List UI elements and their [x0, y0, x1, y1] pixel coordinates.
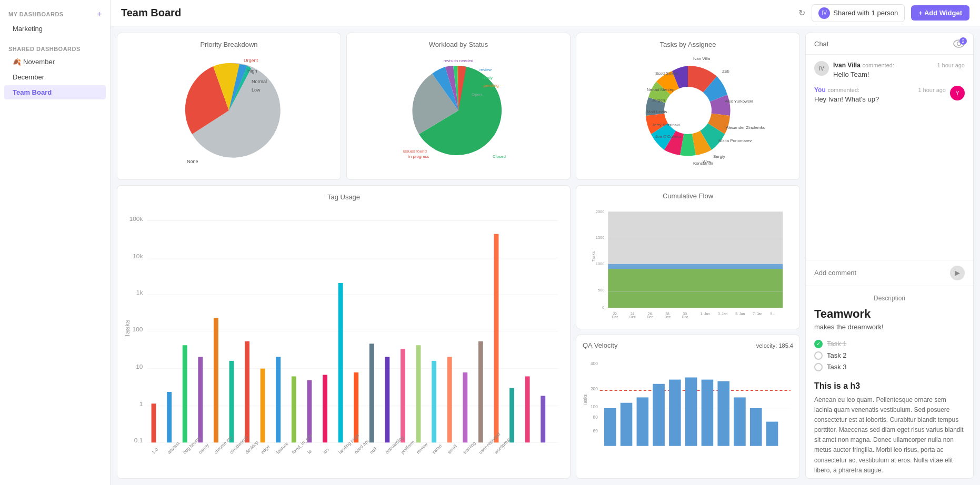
sidebar-item-team-board[interactable]: Team Board — [4, 85, 106, 99]
svg-text:Low: Low — [252, 87, 261, 93]
sidebar: MY DASHBOARDS + Marketing SHARED DASHBOA… — [0, 0, 111, 485]
msg2-author: You — [814, 86, 826, 94]
cumflow-widget: Cumulative Flow 2000 1500 1000 500 0 Tas… — [576, 185, 800, 329]
svg-rect-60 — [385, 357, 389, 442]
svg-rect-67 — [494, 234, 499, 442]
msg1-meta: Ivan Villa commented: 1 hour ago — [833, 61, 965, 69]
sidebar-item-marketing[interactable]: Marketing — [4, 22, 106, 36]
svg-rect-131 — [621, 403, 633, 446]
svg-rect-52 — [261, 369, 265, 443]
svg-text:100k: 100k — [129, 215, 143, 223]
add-widget-button[interactable]: + Add Widget — [911, 5, 969, 21]
svg-text:2000: 2000 — [596, 209, 605, 214]
eye-count-badge: 2 — [959, 37, 967, 45]
svg-rect-47 — [183, 345, 187, 442]
svg-rect-69 — [525, 376, 530, 442]
svg-text:small: small — [447, 443, 458, 455]
svg-rect-130 — [604, 408, 616, 446]
svg-text:null: null — [369, 446, 378, 455]
description-panel: Description Teamwork makes the dreamwork… — [806, 286, 973, 479]
svg-rect-63 — [432, 361, 436, 442]
assignee-title: Tasks by Assignee — [584, 41, 792, 48]
svg-text:ready: ready — [482, 75, 493, 80]
svg-text:Jerry Krusinski: Jerry Krusinski — [652, 123, 680, 127]
msg1-text: Hello Team! — [833, 70, 965, 78]
svg-rect-62 — [416, 345, 421, 442]
qa-velocity-widget: QA Velocity velocity: 185.4 400 200 100 … — [576, 335, 800, 479]
svg-rect-46 — [167, 392, 172, 442]
task1-check: ✓ — [814, 340, 823, 348]
dashboard-grid: Priority Breakdown Urgent High No — [111, 26, 980, 485]
svg-text:in progress: in progress — [408, 154, 429, 159]
svg-text:7. Jan: 7. Jan — [753, 312, 762, 316]
svg-text:Alexander Zinchenko: Alexander Zinchenko — [726, 125, 766, 130]
chat-send-button[interactable]: ▶ — [950, 266, 965, 280]
svg-rect-56 — [323, 375, 327, 443]
description-section: Description Teamwork makes the dreamwork… — [806, 286, 973, 479]
svg-text:500: 500 — [598, 288, 605, 292]
svg-text:0.1: 0.1 — [134, 437, 143, 444]
task3-check — [814, 363, 823, 371]
svg-rect-59 — [369, 343, 374, 442]
refresh-button[interactable]: ↻ — [798, 8, 805, 18]
task2-label: Task 2 — [827, 351, 847, 359]
svg-text:Open: Open — [472, 92, 482, 97]
svg-text:Sergiy: Sergiy — [713, 154, 725, 159]
ivan-avatar: IV — [814, 61, 829, 76]
svg-text:Dec: Dec — [664, 315, 671, 319]
description-body: Aenean eu leo quam. Pellentesque ornare … — [814, 395, 965, 479]
svg-text:Dec: Dec — [612, 315, 618, 319]
svg-text:Zeb: Zeb — [722, 69, 729, 74]
svg-text:Joe O'Connor: Joe O'Connor — [655, 134, 681, 139]
svg-text:80: 80 — [593, 415, 598, 420]
svg-rect-137 — [717, 381, 729, 446]
page-header: Team Board ↻ IV Shared with 1 person + A… — [111, 0, 980, 26]
task2-check — [814, 351, 823, 360]
task-1: ✓ Task 1 — [814, 338, 965, 350]
msg2-text: Hey Ivan! What's up? — [814, 95, 946, 103]
msg1-author: Ivan Villa — [833, 62, 861, 69]
chat-eye-icon: 2 — [953, 39, 965, 48]
sidebar-item-december[interactable]: December — [4, 70, 106, 84]
sidebar-item-november[interactable]: 🍂November — [4, 55, 106, 69]
svg-text:ios: ios — [322, 447, 330, 454]
svg-text:Normal: Normal — [252, 79, 267, 84]
svg-rect-139 — [750, 408, 762, 446]
november-emoji: 🍂 — [13, 58, 21, 66]
task-list: ✓ Task 1 Task 2 Task 3 — [814, 338, 965, 373]
svg-rect-135 — [685, 378, 697, 446]
svg-rect-134 — [669, 380, 681, 446]
assignee-chart: Ivan Villa Zeb Joe O'Connor Alex Yurkows… — [584, 53, 792, 168]
assignee-widget: Tasks by Assignee — [576, 33, 800, 180]
svg-text:feature: feature — [275, 441, 289, 455]
svg-marker-102 — [608, 269, 783, 308]
svg-rect-70 — [541, 396, 545, 442]
qa-title: QA Velocity — [583, 341, 617, 349]
my-dashboards-label: MY DASHBOARDS — [8, 11, 64, 17]
chat-header: Chat 2 — [806, 33, 973, 55]
description-header: Description — [814, 295, 965, 302]
svg-text:Matt Lewis: Matt Lewis — [647, 109, 667, 114]
svg-text:Tasks: Tasks — [583, 395, 588, 406]
svg-text:1500: 1500 — [596, 235, 605, 240]
svg-text:revision needed: revision needed — [444, 58, 473, 63]
shared-button[interactable]: IV Shared with 1 person — [812, 4, 905, 22]
svg-text:5. Jan: 5. Jan — [735, 312, 745, 316]
svg-text:100: 100 — [133, 326, 143, 333]
main-area: Team Board ↻ IV Shared with 1 person + A… — [111, 0, 980, 485]
svg-text:1k: 1k — [136, 289, 143, 296]
svg-text:None: None — [187, 159, 198, 164]
add-dashboard-button[interactable]: + — [97, 9, 102, 19]
priority-chart: Urgent High Normal Low None — [125, 53, 333, 168]
svg-text:200: 200 — [591, 387, 598, 391]
svg-rect-49 — [214, 318, 218, 443]
chat-input-area: ▶ — [806, 260, 973, 286]
chat-input[interactable] — [814, 269, 946, 277]
svg-rect-48 — [198, 357, 203, 442]
shared-avatar: IV — [818, 7, 830, 19]
svg-marker-100 — [608, 211, 783, 264]
svg-text:Nenad Merćep: Nenad Merćep — [647, 87, 675, 92]
priority-title: Priority Breakdown — [125, 41, 333, 48]
task-3: Task 3 — [814, 361, 965, 373]
svg-rect-61 — [401, 349, 405, 443]
